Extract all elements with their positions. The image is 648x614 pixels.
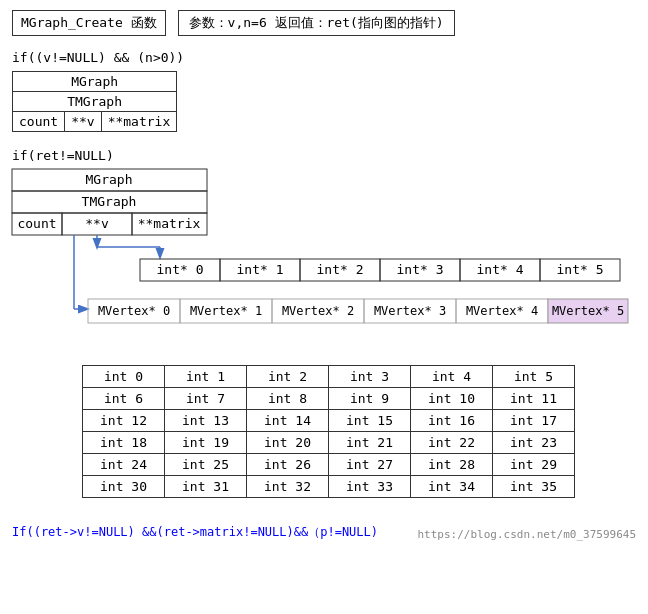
svg-text:MVertex* 2: MVertex* 2 [282, 304, 354, 318]
int-grid-cell: int 32 [247, 476, 329, 498]
int-grid-cell: int 27 [329, 454, 411, 476]
int-grid-cell: int 6 [83, 388, 165, 410]
footer-text: If((ret->v!=NULL) &&(ret->matrix!=NULL)&… [12, 524, 378, 541]
section1-struct-table: MGraph TMGraph count **v **matrix [12, 71, 177, 132]
int-grid-cell: int 1 [165, 366, 247, 388]
int-grid-cell: int 29 [493, 454, 575, 476]
matrix-cell: **matrix [101, 112, 177, 132]
int-grid-cell: int 28 [411, 454, 493, 476]
int-grid-cell: int 31 [165, 476, 247, 498]
func-label: MGraph_Create 函数 [12, 10, 166, 36]
svg-text:count: count [17, 216, 56, 231]
int-grid-cell: int 9 [329, 388, 411, 410]
table-row: count **v **matrix [13, 112, 177, 132]
int-grid-cell: int 26 [247, 454, 329, 476]
int-grid-cell: int 24 [83, 454, 165, 476]
int-grid-wrapper: int 0int 1int 2int 3int 4int 5int 6int 7… [82, 365, 636, 498]
int-grid-cell: int 12 [83, 410, 165, 432]
table-row: TMGraph [13, 92, 177, 112]
header-row: MGraph_Create 函数 参数：v,n=6 返回值：ret(指向图的指针… [12, 10, 636, 36]
int-grid-cell: int 16 [411, 410, 493, 432]
table-row: MGraph [13, 72, 177, 92]
svg-text:int* 1: int* 1 [237, 262, 284, 277]
section2-condition: if(ret!=NULL) [12, 148, 636, 163]
svg-text:**matrix: **matrix [138, 216, 201, 231]
int-grid-cell: int 17 [493, 410, 575, 432]
svg-text:MVertex* 4: MVertex* 4 [466, 304, 538, 318]
int-grid-table: int 0int 1int 2int 3int 4int 5int 6int 7… [82, 365, 575, 498]
section1: if((v!=NULL) && (n>0)) MGraph TMGraph co… [12, 50, 636, 132]
int-grid-cell: int 20 [247, 432, 329, 454]
svg-text:MGraph: MGraph [86, 172, 133, 187]
svg-text:int* 5: int* 5 [557, 262, 604, 277]
int-grid-cell: int 11 [493, 388, 575, 410]
int-grid-cell: int 8 [247, 388, 329, 410]
table-row: int 6int 7int 8int 9int 10int 11 [83, 388, 575, 410]
svg-text:MVertex* 5: MVertex* 5 [552, 304, 624, 318]
table-row: int 0int 1int 2int 3int 4int 5 [83, 366, 575, 388]
section1-condition: if((v!=NULL) && (n>0)) [12, 50, 636, 65]
int-grid-cell: int 0 [83, 366, 165, 388]
arrows-svg: MGraph TMGraph count **v **matrix int* 0… [12, 169, 632, 349]
int-grid-cell: int 14 [247, 410, 329, 432]
int-grid-cell: int 7 [165, 388, 247, 410]
int-grid-cell: int 5 [493, 366, 575, 388]
table-row: int 18int 19int 20int 21int 22int 23 [83, 432, 575, 454]
int-grid-cell: int 21 [329, 432, 411, 454]
mgraph-label: MGraph [13, 72, 177, 92]
svg-text:int* 4: int* 4 [477, 262, 524, 277]
int-grid-cell: int 15 [329, 410, 411, 432]
int-grid-cell: int 30 [83, 476, 165, 498]
int-grid-cell: int 22 [411, 432, 493, 454]
int-grid-cell: int 25 [165, 454, 247, 476]
int-grid-cell: int 18 [83, 432, 165, 454]
svg-text:int* 2: int* 2 [317, 262, 364, 277]
svg-text:int* 3: int* 3 [397, 262, 444, 277]
svg-text:int* 0: int* 0 [157, 262, 204, 277]
int-grid-cell: int 4 [411, 366, 493, 388]
table-row: int 30int 31int 32int 33int 34int 35 [83, 476, 575, 498]
section2: if(ret!=NULL) MGraph TMGraph count **v [12, 148, 636, 349]
v-cell: **v [65, 112, 101, 132]
svg-text:TMGraph: TMGraph [82, 194, 137, 209]
table-row: int 12int 13int 14int 15int 16int 17 [83, 410, 575, 432]
int-grid-cell: int 23 [493, 432, 575, 454]
tmgraph-label: TMGraph [13, 92, 177, 112]
int-grid-cell: int 33 [329, 476, 411, 498]
int-grid-cell: int 19 [165, 432, 247, 454]
svg-text:MVertex* 0: MVertex* 0 [98, 304, 170, 318]
int-grid-cell: int 10 [411, 388, 493, 410]
svg-text:**v: **v [85, 216, 109, 231]
int-grid-cell: int 13 [165, 410, 247, 432]
count-cell: count [13, 112, 65, 132]
int-grid-cell: int 35 [493, 476, 575, 498]
svg-text:MVertex* 1: MVertex* 1 [190, 304, 262, 318]
table-row: int 24int 25int 26int 27int 28int 29 [83, 454, 575, 476]
svg-text:MVertex* 3: MVertex* 3 [374, 304, 446, 318]
footer-url: https://blog.csdn.net/m0_37599645 [417, 528, 636, 541]
param-label: 参数：v,n=6 返回值：ret(指向图的指针) [178, 10, 455, 36]
int-grid-cell: int 2 [247, 366, 329, 388]
int-grid-cell: int 34 [411, 476, 493, 498]
int-grid-cell: int 3 [329, 366, 411, 388]
